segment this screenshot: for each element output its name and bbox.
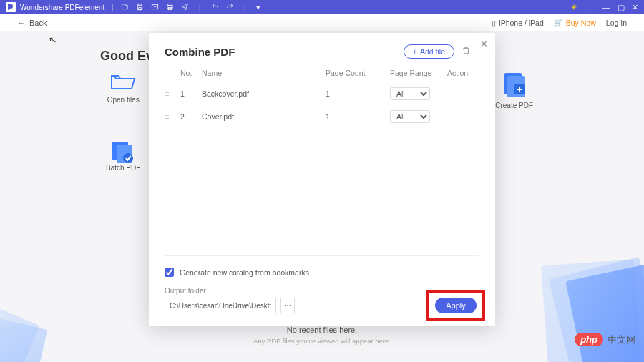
undo-icon[interactable] [211,3,219,12]
footer: No recent files here. Any PDF files you'… [0,326,644,345]
php-logo-icon: php [575,333,603,346]
mouse-cursor-icon: ↖ [48,34,57,46]
theme-icon[interactable]: ☀ [570,3,577,12]
cart-icon: 🛒 [554,18,563,27]
svg-point-6 [123,153,133,163]
page-range-select[interactable]: All [390,87,430,100]
print-icon[interactable] [166,3,174,12]
checkbox-input[interactable] [165,268,174,277]
page-range-select[interactable]: All [390,110,430,123]
browse-folder-button[interactable]: ⋯ [280,298,295,313]
apply-highlight: Apply [426,290,485,321]
mail-icon[interactable] [151,3,159,12]
titlebar: Wondershare PDFelement | | | ▾ ☀ | — ▢ ✕ [0,0,644,14]
watermark: php 中文网 [575,333,635,346]
generate-catalog-checkbox[interactable]: Generate new catalog from bookmarks [165,268,479,277]
folder-open-icon [110,72,136,92]
open-file-icon[interactable] [121,3,129,12]
phone-icon: ▯ [492,19,496,27]
share-icon[interactable] [181,3,189,12]
footer-main: No recent files here. [0,326,644,334]
iphone-link[interactable]: ▯iPhone / iPad [492,19,543,27]
add-file-button[interactable]: +Add file [404,44,454,59]
redo-icon[interactable] [226,3,234,12]
close-icon[interactable]: ✕ [632,3,638,12]
app-logo-icon [6,2,16,12]
output-folder-input[interactable] [165,298,276,313]
batch-pdf-icon [110,140,136,160]
arrow-left-icon: ← [17,19,25,27]
minimize-icon[interactable]: — [602,3,610,12]
table-header: No. Name Page Count Page Range Action [165,59,479,82]
combine-pdf-modal: ✕ Combine PDF +Add file No. Name Page Co… [149,33,495,326]
buy-now-link[interactable]: 🛒Buy Now [554,18,596,27]
trash-icon[interactable] [462,46,471,57]
app-title: Wondershare PDFelement [20,4,104,11]
batch-pdf-button[interactable]: Batch PDF [106,140,140,172]
login-link[interactable]: Log In [606,19,627,27]
table-row: ≡ 1 Backcover.pdf 1 All [165,82,479,105]
modal-title: Combine PDF [165,46,235,58]
modal-close-icon[interactable]: ✕ [480,39,488,49]
footer-sub: Any PDF files you've viewed will appear … [0,337,644,345]
drag-handle-icon[interactable]: ≡ [165,112,180,121]
apply-button[interactable]: Apply [435,298,477,313]
open-files-button[interactable]: Open files [106,72,140,104]
drag-handle-icon[interactable]: ≡ [165,89,180,98]
create-pdf-icon [502,72,527,97]
plus-icon: + [413,47,417,56]
back-button[interactable]: ← Back [17,19,47,27]
table-body: ≡ 1 Backcover.pdf 1 All ≡ 2 Cover.pdf 1 … [165,82,479,255]
maximize-icon[interactable]: ▢ [618,3,625,12]
create-pdf-button[interactable]: Create PDF [495,72,533,109]
table-row: ≡ 2 Cover.pdf 1 All [165,105,479,128]
save-icon[interactable] [136,3,144,12]
dropdown-icon[interactable]: ▾ [256,3,260,12]
toolbar: ← Back ▯iPhone / iPad 🛒Buy Now Log In [0,14,644,31]
